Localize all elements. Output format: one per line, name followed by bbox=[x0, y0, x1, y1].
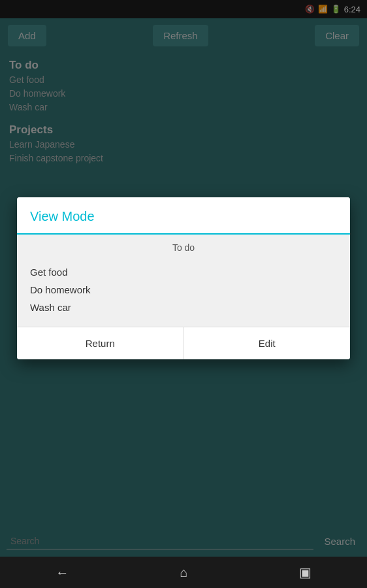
dialog-section-title: To do bbox=[30, 242, 337, 255]
dialog: View Mode To do Get food Do homework Was… bbox=[17, 197, 350, 359]
home-icon[interactable]: ⌂ bbox=[180, 565, 187, 580]
return-button[interactable]: Return bbox=[17, 327, 184, 359]
dialog-item-1: Get food bbox=[30, 263, 337, 281]
dialog-actions: Return Edit bbox=[17, 327, 350, 359]
recents-icon[interactable]: ▣ bbox=[299, 564, 311, 580]
dialog-body: To do Get food Do homework Wash car bbox=[17, 235, 350, 327]
back-icon[interactable]: ← bbox=[56, 565, 69, 580]
edit-button[interactable]: Edit bbox=[184, 327, 351, 359]
dialog-item-2: Do homework bbox=[30, 281, 337, 299]
dialog-title: View Mode bbox=[17, 197, 350, 235]
dialog-item-3: Wash car bbox=[30, 299, 337, 316]
dialog-overlay: View Mode To do Get food Do homework Was… bbox=[0, 0, 367, 557]
nav-bar: ← ⌂ ▣ bbox=[0, 557, 367, 588]
